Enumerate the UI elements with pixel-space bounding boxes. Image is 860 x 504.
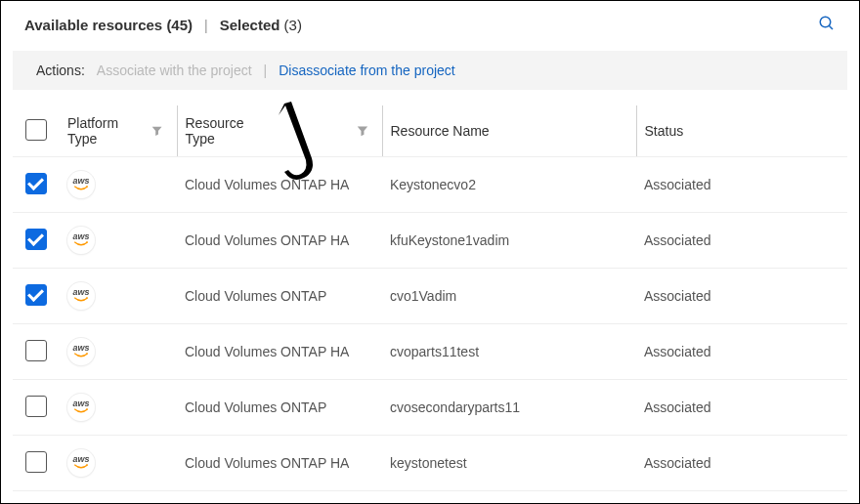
tab-available-label: Available resources [24, 17, 162, 33]
row-checkbox[interactable] [25, 451, 47, 473]
table-row: aws Cloud Volumes ONTAP cvo1Vadim Associ… [13, 269, 847, 324]
table-header-row: Platform Type Resource Type Resource Nam… [13, 105, 847, 157]
cell-resource-name: Keystonecvo2 [382, 157, 636, 213]
cell-resource-type: Cloud Volumes ONTAP HA [177, 157, 382, 213]
table-row: aws Cloud Volumes ONTAP HA cvoparts11tes… [13, 324, 847, 380]
table-row: aws Cloud Volumes ONTAP cvosecondarypart… [13, 380, 847, 436]
aws-icon: aws [67, 171, 95, 198]
table-row: aws Cloud Volumes ONTAP HA keystonetest … [13, 436, 847, 491]
cell-resource-type: Cloud Volumes ONTAP HA [177, 491, 382, 505]
cell-status: Associated [636, 491, 847, 505]
svg-line-1 [829, 25, 833, 29]
platform-brand-label: aws [72, 288, 89, 297]
select-all-checkbox[interactable] [25, 119, 47, 141]
aws-icon: aws [67, 338, 95, 365]
table-row: aws Cloud Volumes ONTAP HA kfuKeystone1v… [13, 213, 847, 269]
row-checkbox[interactable] [25, 396, 47, 417]
platform-brand-label: aws [72, 232, 89, 241]
row-checkbox[interactable] [25, 229, 47, 250]
table-row: aws Cloud Volumes ONTAP HA keystonetesti… [13, 491, 847, 505]
column-resource-type[interactable]: Resource Type [186, 115, 277, 147]
search-icon[interactable] [818, 15, 836, 35]
platform-brand-label: aws [72, 344, 89, 353]
tab-separator: | [204, 18, 208, 33]
cell-resource-type: Cloud Volumes ONTAP [177, 269, 382, 324]
column-platform-type[interactable]: Platform Type [67, 115, 146, 147]
actions-label: Actions: [36, 63, 85, 78]
row-checkbox[interactable] [25, 284, 47, 306]
tab-selected-label: Selected [220, 17, 280, 33]
resources-table: Platform Type Resource Type Resource Nam… [1, 105, 859, 504]
tab-selected[interactable]: Selected (3) [220, 17, 302, 33]
tab-available-count: (45) [166, 17, 193, 33]
cell-resource-type: Cloud Volumes ONTAP HA [177, 324, 382, 380]
cell-resource-type: Cloud Volumes ONTAP [177, 380, 382, 436]
cell-status: Associated [636, 324, 847, 380]
page-root: Available resources (45) | Selected (3) … [0, 0, 860, 504]
actions-separator: | [264, 63, 268, 78]
aws-icon: aws [67, 227, 95, 254]
table-row: aws Cloud Volumes ONTAP HA Keystonecvo2 … [13, 157, 847, 213]
cell-resource-name: cvosecondaryparts11 [382, 380, 636, 436]
platform-brand-label: aws [72, 455, 89, 464]
filter-icon[interactable] [151, 125, 162, 137]
actions-bar: Actions: Associate with the project | Di… [13, 51, 847, 90]
column-status[interactable]: Status [645, 123, 684, 139]
cell-resource-name: cvo1Vadim [382, 269, 636, 324]
cell-resource-name: kfuKeystone1vadim [382, 213, 636, 269]
tab-available-resources[interactable]: Available resources (45) [24, 17, 193, 33]
top-tab-bar: Available resources (45) | Selected (3) [1, 1, 859, 45]
platform-brand-label: aws [72, 177, 89, 186]
action-disassociate[interactable]: Disassociate from the project [279, 63, 455, 78]
cell-status: Associated [636, 380, 847, 436]
cell-resource-name: cvoparts11test [382, 324, 636, 380]
cell-resource-name: keystonetest [382, 436, 636, 491]
cell-status: Associated [636, 157, 847, 213]
svg-point-0 [820, 17, 831, 27]
cell-resource-name: keystonetesting55 [382, 491, 636, 505]
tab-selected-count: (3) [284, 17, 302, 33]
aws-icon: aws [67, 449, 95, 477]
column-resource-name[interactable]: Resource Name [391, 123, 490, 139]
row-checkbox[interactable] [25, 340, 47, 361]
cell-resource-type: Cloud Volumes ONTAP HA [177, 213, 382, 269]
cell-status: Associated [636, 213, 847, 269]
aws-icon: aws [67, 282, 95, 310]
cell-status: Associated [636, 436, 847, 491]
aws-icon: aws [67, 394, 95, 421]
action-associate[interactable]: Associate with the project [97, 63, 252, 78]
cell-status: Associated [636, 269, 847, 324]
filter-icon[interactable] [357, 125, 368, 137]
platform-brand-label: aws [72, 399, 89, 408]
row-checkbox[interactable] [25, 173, 47, 194]
cell-resource-type: Cloud Volumes ONTAP HA [177, 436, 382, 491]
